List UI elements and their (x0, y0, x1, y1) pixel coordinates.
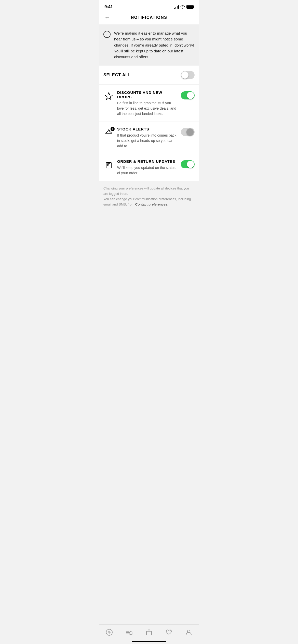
status-icons (174, 5, 194, 9)
orders-toggle-wrap (181, 160, 195, 168)
select-all-label: SELECT ALL (103, 73, 131, 77)
info-icon: i (103, 31, 111, 38)
orders-toggle[interactable] (181, 160, 195, 168)
toggle-knob (187, 161, 194, 168)
contact-preferences-link[interactable]: Contact preferences (135, 202, 167, 206)
toggle-knob (187, 92, 194, 99)
footer-info: Changing your preferences will update al… (99, 181, 199, 212)
footer-text: Changing your preferences will update al… (103, 186, 195, 207)
discounts-toggle[interactable] (181, 91, 195, 99)
toggle-knob (186, 128, 194, 136)
discounts-desc: Be first in line to grab the stuff you l… (117, 100, 178, 116)
select-all-row: SELECT ALL (99, 66, 199, 84)
notification-section: DISCOUNTS AND NEW DROPS Be first in line… (99, 85, 199, 181)
stock-badge: 1 (111, 127, 115, 131)
discounts-icon (103, 91, 114, 101)
orders-desc: We'll keep you updated on the status of … (117, 165, 178, 176)
stock-toggle[interactable] (181, 128, 195, 136)
discounts-toggle-wrap (181, 91, 195, 99)
back-button[interactable]: ← (103, 13, 111, 22)
svg-line-1 (108, 93, 109, 95)
header: ← NOTIFICATIONS (99, 12, 199, 24)
svg-marker-0 (105, 93, 113, 100)
status-time: 9:41 (104, 4, 113, 9)
info-text: We're making it easier to manage what yo… (114, 30, 195, 60)
list-item: ? ORDER & RETURN UPDATES We'll keep you … (99, 154, 199, 181)
footer-line1: Changing your preferences will update al… (103, 186, 189, 196)
status-bar: 9:41 (99, 0, 199, 12)
stock-toggle-wrap (181, 128, 195, 136)
page-title: NOTIFICATIONS (131, 15, 167, 20)
list-item: DISCOUNTS AND NEW DROPS Be first in line… (99, 85, 199, 122)
orders-content: ORDER & RETURN UPDATES We'll keep you up… (117, 159, 178, 176)
svg-text:?: ? (108, 164, 110, 166)
discounts-title: DISCOUNTS AND NEW DROPS (117, 90, 178, 99)
stock-title: STOCK ALERTS (117, 127, 178, 131)
info-banner: i We're making it easier to manage what … (99, 25, 199, 65)
stock-desc: If that product you're into comes back i… (117, 133, 178, 149)
select-all-toggle[interactable] (181, 71, 195, 79)
stock-icon: 1 (103, 127, 114, 138)
list-item: 1 STOCK ALERTS If that product you're in… (99, 122, 199, 154)
wifi-icon (180, 5, 185, 9)
footer-line3: . (167, 202, 168, 206)
battery-icon (186, 5, 194, 9)
discounts-content: DISCOUNTS AND NEW DROPS Be first in line… (117, 90, 178, 116)
toggle-knob (181, 71, 188, 79)
orders-title: ORDER & RETURN UPDATES (117, 159, 178, 164)
orders-icon: ? (103, 160, 114, 170)
stock-content: STOCK ALERTS If that product you're into… (117, 127, 178, 149)
signal-icon (174, 5, 179, 9)
back-arrow-icon: ← (104, 14, 110, 21)
